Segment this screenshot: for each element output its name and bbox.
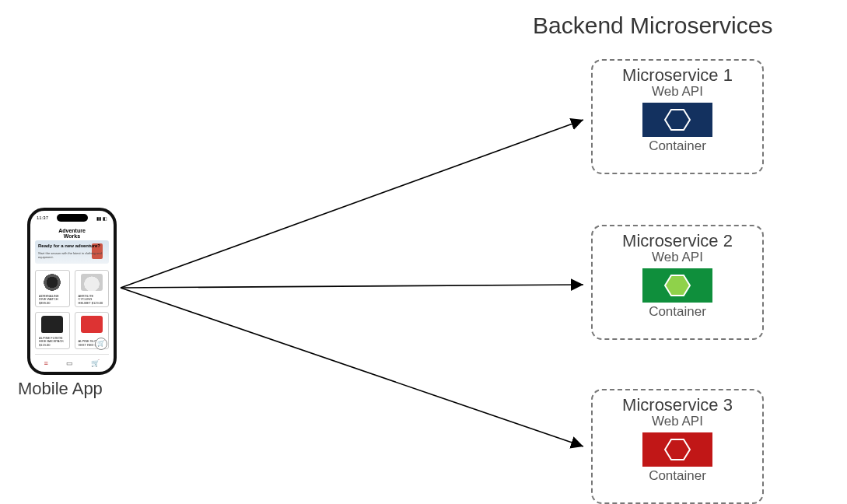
arrow-to-ms2 — [121, 285, 583, 288]
app-brand: Adventure Works — [30, 228, 114, 239]
app-brand-line1: Adventure — [58, 228, 86, 233]
product-card: ALPINE FUSION HIKE BACKPACK $119.00 — [35, 312, 70, 349]
hero-title: Ready for a new adventure? — [38, 243, 100, 248]
microservice-3-box: Microservice 3 Web API Container — [591, 389, 764, 504]
microservice-title: Microservice 3 — [593, 395, 762, 415]
tab-cart-icon: 🛒 — [91, 359, 100, 367]
phone-tabbar: ≡ ▭ 🛒 — [35, 354, 109, 367]
microservice-title: Microservice 1 — [593, 65, 762, 86]
svg-marker-0 — [665, 110, 690, 130]
product-card: AEROLITE CYCLING HELMET $129.00 — [75, 270, 110, 307]
app-brand-line2: Works — [64, 233, 80, 239]
diagram-title: Backend Microservices — [533, 12, 772, 39]
product-image — [81, 274, 103, 291]
arrow-to-ms1 — [121, 120, 583, 288]
svg-marker-2 — [665, 439, 690, 460]
microservice-2-box: Microservice 2 Web API Container — [591, 225, 764, 340]
product-image — [41, 274, 63, 291]
tab-home-icon: ≡ — [44, 359, 48, 367]
product-text: ALPINE FUSION HIKE BACKPACK $119.00 — [39, 337, 66, 347]
mobile-app-label: Mobile App — [18, 379, 103, 399]
microservice-api-label: Web API — [593, 250, 762, 265]
arrow-to-ms3 — [121, 288, 583, 446]
container-icon — [644, 268, 711, 303]
cart-fab-icon: 🛒 — [95, 338, 107, 350]
product-image — [81, 316, 103, 333]
microservice-api-label: Web API — [593, 414, 762, 429]
product-text: AEROLITE CYCLING HELMET $129.00 — [79, 295, 106, 305]
product-card: ADRENALINE DIVE WATCH $399.00 — [35, 270, 70, 307]
microservice-container-label: Container — [593, 138, 762, 154]
phone-status-icons: ▮▮ ◧ — [96, 215, 107, 221]
container-icon — [644, 432, 711, 467]
microservice-title: Microservice 2 — [593, 231, 762, 251]
tab-map-icon: ▭ — [66, 359, 73, 367]
product-text: ADRENALINE DIVE WATCH $399.00 — [39, 295, 66, 305]
product-grid: ADRENALINE DIVE WATCH $399.00 AEROLITE C… — [35, 270, 109, 349]
mobile-app-mockup: 11:37 ▮▮ ◧ Adventure Works Ready for a n… — [27, 208, 117, 375]
phone-status-bar: 11:37 ▮▮ ◧ — [37, 215, 107, 221]
product-image — [41, 316, 63, 333]
hero-subtitle: Start the season with the latest in clot… — [38, 251, 114, 259]
microservice-api-label: Web API — [593, 84, 762, 100]
microservice-container-label: Container — [593, 468, 762, 484]
microservice-1-box: Microservice 1 Web API Container — [591, 59, 764, 174]
container-icon — [644, 103, 711, 137]
microservice-container-label: Container — [593, 304, 762, 320]
phone-status-time: 11:37 — [37, 215, 48, 221]
svg-marker-1 — [665, 275, 690, 296]
